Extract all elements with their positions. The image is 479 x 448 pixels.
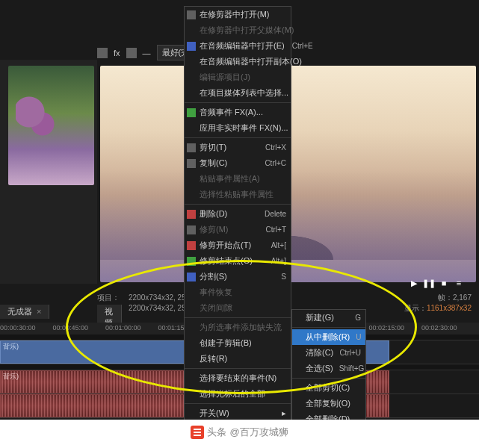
menu-open-parent-in-trimmer: 在修剪器中打开父媒体(M) <box>185 22 291 38</box>
group-submenu: 新建(G)G 从中删除(R)U 清除(C)Ctrl+U 全选(S)Shift+G… <box>291 309 366 420</box>
frame-label: 帧： <box>438 293 453 302</box>
watermark-prefix: 头条 <box>207 426 226 439</box>
trim-icon <box>187 225 196 234</box>
menu-button[interactable]: ≡ <box>454 278 464 288</box>
menu-trim-end[interactable]: 修剪结束点(O)Alt+] <box>185 253 291 269</box>
close-icon[interactable]: × <box>37 307 41 316</box>
menu-copy[interactable]: 复制(C)Ctrl+C <box>185 155 291 171</box>
split-icon <box>187 273 196 281</box>
menu-open-copy-audio-editor[interactable]: 在音频编辑器中打开副本(O) <box>185 54 291 69</box>
context-menu: 在修剪器中打开(M) 在修剪器中打开父媒体(M) 在音频编辑器中打开(E)Ctr… <box>184 6 291 420</box>
menu-select-to-end[interactable]: 选择要结束的事件(N) <box>185 370 291 386</box>
display-label: 显示： <box>404 304 427 312</box>
fx-icon <box>187 108 196 117</box>
menu-open-in-audio-editor[interactable]: 在音频编辑器中打开(E)Ctrl+E <box>185 38 291 54</box>
watermark-author: @百万攻城狮 <box>229 426 288 439</box>
delete-icon <box>187 210 196 219</box>
menu-cut[interactable]: 剪切(T)Ctrl+X <box>185 140 291 155</box>
tab-bar: 无成器× 视频预览× <box>0 305 49 319</box>
cut-icon <box>187 143 196 152</box>
play-button[interactable]: ▶ <box>409 278 419 288</box>
frame-value: 2,167 <box>453 293 472 302</box>
audio-editor-icon <box>187 42 196 51</box>
submenu-copy-all[interactable]: 全部复制(O) <box>292 396 365 411</box>
menu-add-missing-stream: 为所选事件添加缺失流 <box>185 320 291 335</box>
submenu-select-all[interactable]: 全选(S)Shift+G <box>292 361 365 376</box>
submenu-clear[interactable]: 清除(C)Ctrl+U <box>292 345 365 361</box>
menu-create-subclip[interactable]: 创建子剪辑(B) <box>185 335 291 351</box>
menu-close-gap: 关闭间隙 <box>185 300 291 316</box>
menu-split[interactable]: 分割(S)S <box>185 269 291 284</box>
menu-trim: 修剪(M)Ctrl+T <box>185 222 291 237</box>
trimmer-icon <box>187 10 196 19</box>
watermark: 头条 @百万攻城狮 <box>0 421 479 444</box>
menu-select-after-cursor[interactable]: 选择光标后的全部 <box>185 386 291 402</box>
menu-edit-source: 编辑源项目(J) <box>185 69 291 85</box>
trim-end-icon <box>187 257 196 266</box>
menu-open-in-trimmer[interactable]: 在修剪器中打开(M) <box>185 7 291 22</box>
submenu-delete-all[interactable]: 全部删除(D) <box>292 411 365 420</box>
tab-generator[interactable]: 无成器× <box>0 305 49 319</box>
chevron-right-icon: ▸ <box>274 408 286 418</box>
submenu-cut-all[interactable]: 全部剪切(C) <box>292 380 365 396</box>
menu-switches[interactable]: 开关(W)▸ <box>185 405 291 420</box>
submenu-remove-from[interactable]: 从中删除(R)U <box>292 329 365 345</box>
menu-audio-fx[interactable]: 音频事件 FX(A)... <box>185 105 291 120</box>
menu-reverse[interactable]: 反转(R) <box>185 351 291 367</box>
copy-icon <box>187 159 196 168</box>
menu-paste-attrs-selective: 选择性粘贴事件属性 <box>185 187 291 202</box>
dash-icon[interactable]: — <box>143 49 151 57</box>
project-label: 项目： <box>97 293 120 302</box>
split-icon[interactable] <box>126 48 137 58</box>
menu-paste-attrs: 粘贴事件属性(A) <box>185 171 291 187</box>
toutiao-logo-icon <box>191 426 204 439</box>
menu-non-realtime-fx[interactable]: 应用非实时事件 FX(N)... <box>185 120 291 136</box>
pause-button[interactable]: ❚❚ <box>424 278 434 288</box>
trim-start-icon <box>187 241 196 250</box>
menu-event-recover: 事件恢复 <box>185 284 291 300</box>
display-value: 1161x387x32 <box>427 304 472 312</box>
preview-thumbnail-panel <box>0 60 97 284</box>
menu-select-in-media-list[interactable]: 在项目媒体列表中选择... <box>185 85 291 101</box>
menu-delete[interactable]: 删除(D)Delete <box>185 206 291 222</box>
submenu-new-group[interactable]: 新建(G)G <box>292 310 365 326</box>
menu-trim-start[interactable]: 修剪开始点(T)Alt+[ <box>185 237 291 253</box>
transport-controls: ▶ ❚❚ ■ ≡ <box>409 278 464 288</box>
stop-button[interactable]: ■ <box>439 278 449 288</box>
source-thumbnail[interactable] <box>8 66 94 185</box>
fx-icon[interactable]: fx <box>114 49 120 57</box>
tool-icon[interactable] <box>97 48 108 58</box>
